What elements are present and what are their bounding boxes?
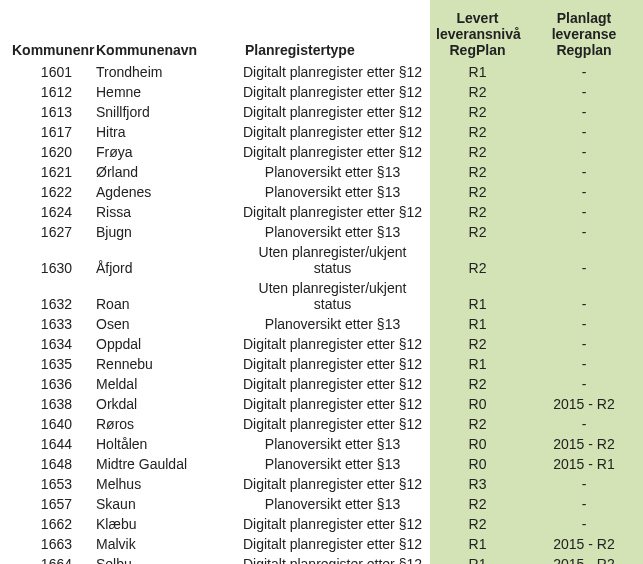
cell-planlagt: 2015 - R1 <box>525 454 643 474</box>
cell-levert: R1 <box>430 554 525 564</box>
cell-kommunenr: 1634 <box>0 334 90 354</box>
cell-kommunenavn: Holtålen <box>90 434 235 454</box>
cell-kommunenr: 1620 <box>0 142 90 162</box>
table-row: 1630ÅfjordUten planregister/ukjent statu… <box>0 242 643 278</box>
cell-planlagt: - <box>525 374 643 394</box>
cell-planlagt: - <box>525 102 643 122</box>
cell-planlagt: 2015 - R2 <box>525 554 643 564</box>
cell-kommunenr: 1640 <box>0 414 90 434</box>
table-row: 1657SkaunPlanoversikt etter §13R2- <box>0 494 643 514</box>
table-row: 1636MeldalDigitalt planregister etter §1… <box>0 374 643 394</box>
cell-levert: R2 <box>430 222 525 242</box>
cell-kommunenavn: Melhus <box>90 474 235 494</box>
cell-kommunenavn: Hitra <box>90 122 235 142</box>
cell-kommunenavn: Åfjord <box>90 242 235 278</box>
cell-kommunenavn: Agdenes <box>90 182 235 202</box>
cell-kommunenavn: Hemne <box>90 82 235 102</box>
cell-planregistertype: Digitalt planregister etter §12 <box>235 554 430 564</box>
header-levert-line3: RegPlan <box>449 42 505 58</box>
table-row: 1634OppdalDigitalt planregister etter §1… <box>0 334 643 354</box>
cell-planregistertype: Digitalt planregister etter §12 <box>235 142 430 162</box>
table-row: 1620FrøyaDigitalt planregister etter §12… <box>0 142 643 162</box>
cell-planlagt: - <box>525 82 643 102</box>
cell-levert: R2 <box>430 414 525 434</box>
cell-kommunenavn: Midtre Gauldal <box>90 454 235 474</box>
table-row: 1617HitraDigitalt planregister etter §12… <box>0 122 643 142</box>
cell-kommunenavn: Malvik <box>90 534 235 554</box>
table-row: 1663MalvikDigitalt planregister etter §1… <box>0 534 643 554</box>
cell-planlagt: - <box>525 314 643 334</box>
cell-planlagt: - <box>525 202 643 222</box>
cell-kommunenr: 1663 <box>0 534 90 554</box>
cell-planregistertype: Digitalt planregister etter §12 <box>235 102 430 122</box>
cell-kommunenavn: Orkdal <box>90 394 235 414</box>
cell-planlagt: - <box>525 222 643 242</box>
table-row: 1653MelhusDigitalt planregister etter §1… <box>0 474 643 494</box>
cell-planregistertype: Digitalt planregister etter §12 <box>235 122 430 142</box>
cell-levert: R0 <box>430 394 525 414</box>
cell-levert: R2 <box>430 374 525 394</box>
cell-levert: R1 <box>430 534 525 554</box>
cell-kommunenr: 1633 <box>0 314 90 334</box>
cell-kommunenr: 1662 <box>0 514 90 534</box>
cell-planlagt: - <box>525 354 643 374</box>
cell-kommunenavn: Bjugn <box>90 222 235 242</box>
table-row: 1633OsenPlanoversikt etter §13R1- <box>0 314 643 334</box>
cell-kommunenr: 1648 <box>0 454 90 474</box>
cell-levert: R2 <box>430 242 525 278</box>
cell-levert: R2 <box>430 514 525 534</box>
cell-kommunenavn: Klæbu <box>90 514 235 534</box>
cell-kommunenr: 1622 <box>0 182 90 202</box>
cell-kommunenr: 1612 <box>0 82 90 102</box>
table-row: 1664SelbuDigitalt planregister etter §12… <box>0 554 643 564</box>
cell-planregistertype: Digitalt planregister etter §12 <box>235 414 430 434</box>
table-row: 1635RennebuDigitalt planregister etter §… <box>0 354 643 374</box>
cell-kommunenr: 1617 <box>0 122 90 142</box>
cell-kommunenr: 1624 <box>0 202 90 222</box>
header-planlagt-line2: leveranse <box>552 26 617 42</box>
table-row: 1662KlæbuDigitalt planregister etter §12… <box>0 514 643 534</box>
cell-levert: R1 <box>430 62 525 82</box>
table-row: 1612HemneDigitalt planregister etter §12… <box>0 82 643 102</box>
cell-kommunenr: 1601 <box>0 62 90 82</box>
table-row: 1640RørosDigitalt planregister etter §12… <box>0 414 643 434</box>
cell-planlagt: 2015 - R2 <box>525 394 643 414</box>
cell-levert: R2 <box>430 142 525 162</box>
cell-planlagt: - <box>525 278 643 314</box>
cell-planlagt: - <box>525 162 643 182</box>
cell-kommunenr: 1632 <box>0 278 90 314</box>
cell-planregistertype: Digitalt planregister etter §12 <box>235 62 430 82</box>
cell-kommunenr: 1657 <box>0 494 90 514</box>
cell-levert: R1 <box>430 354 525 374</box>
table-row: 1632RoanUten planregister/ukjent statusR… <box>0 278 643 314</box>
cell-kommunenr: 1636 <box>0 374 90 394</box>
cell-planlagt: - <box>525 514 643 534</box>
cell-planlagt: - <box>525 182 643 202</box>
cell-planregistertype: Planoversikt etter §13 <box>235 494 430 514</box>
table-row: 1621ØrlandPlanoversikt etter §13R2- <box>0 162 643 182</box>
header-row: Kommunenr Kommunenavn Planregistertype L… <box>0 0 643 62</box>
cell-kommunenavn: Oppdal <box>90 334 235 354</box>
cell-planlagt: - <box>525 62 643 82</box>
table-row: 1601TrondheimDigitalt planregister etter… <box>0 62 643 82</box>
cell-planlagt: - <box>525 494 643 514</box>
cell-levert: R2 <box>430 82 525 102</box>
kommune-table: Kommunenr Kommunenavn Planregistertype L… <box>0 0 643 564</box>
cell-planregistertype: Planoversikt etter §13 <box>235 222 430 242</box>
cell-levert: R1 <box>430 314 525 334</box>
table-row: 1622AgdenesPlanoversikt etter §13R2- <box>0 182 643 202</box>
cell-kommunenr: 1664 <box>0 554 90 564</box>
cell-planregistertype: Digitalt planregister etter §12 <box>235 82 430 102</box>
header-kommunenr: Kommunenr <box>0 0 90 62</box>
cell-planregistertype: Planoversikt etter §13 <box>235 434 430 454</box>
cell-kommunenr: 1638 <box>0 394 90 414</box>
cell-levert: R0 <box>430 454 525 474</box>
cell-levert: R3 <box>430 474 525 494</box>
cell-planregistertype: Digitalt planregister etter §12 <box>235 354 430 374</box>
cell-levert: R2 <box>430 202 525 222</box>
cell-kommunenavn: Ørland <box>90 162 235 182</box>
cell-kommunenr: 1653 <box>0 474 90 494</box>
table-row: 1627BjugnPlanoversikt etter §13R2- <box>0 222 643 242</box>
cell-kommunenr: 1613 <box>0 102 90 122</box>
header-planlagt: Planlagt leveranse Regplan <box>525 0 643 62</box>
